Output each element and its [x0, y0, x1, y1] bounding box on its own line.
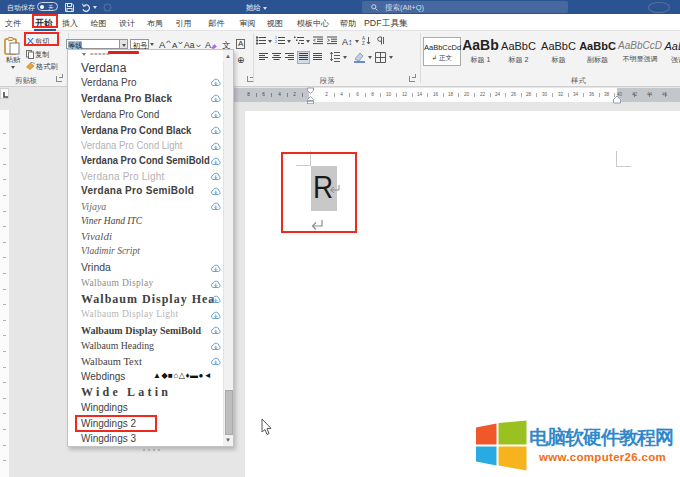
svg-text:Z: Z	[362, 41, 365, 45]
svg-text:2: 2	[275, 40, 277, 44]
